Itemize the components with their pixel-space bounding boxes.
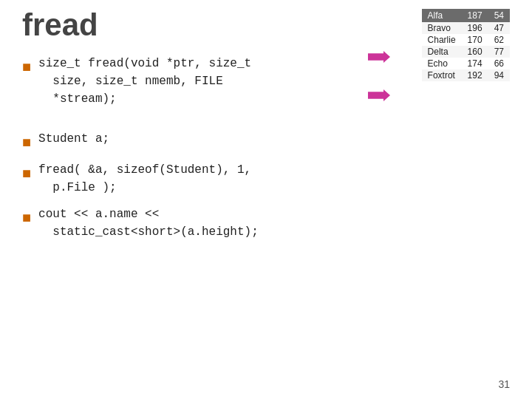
cell-foxtrot-name: Foxtrot xyxy=(422,69,462,81)
cell-foxtrot-val1: 192 xyxy=(462,69,488,81)
bullet-icon-3: ■ xyxy=(22,163,31,183)
cell-delta-val2: 77 xyxy=(488,46,510,58)
bullet-section: ■ size_t fread(void *ptr, size_t size, s… xyxy=(22,55,369,241)
col-header-name: Alfa xyxy=(422,9,462,22)
table-row-echo: Echo 174 66 xyxy=(422,58,510,69)
cell-delta-name: Delta xyxy=(422,46,462,58)
page-title: fread xyxy=(22,7,369,43)
table-row-delta: Delta 160 77 xyxy=(422,46,510,58)
cell-foxtrot-val2: 94 xyxy=(488,69,510,81)
table-row-bravo: Bravo 196 47 xyxy=(422,22,510,34)
foxtrot-arrow xyxy=(368,89,390,101)
page-number: 31 xyxy=(498,378,510,390)
cell-bravo-val1: 196 xyxy=(462,22,488,34)
slide: fread ■ size_t fread(void *ptr, size_t s… xyxy=(0,0,532,399)
bullet-text-1: size_t fread(void *ptr, size_t size, siz… xyxy=(38,55,251,108)
cell-echo-val1: 174 xyxy=(462,58,488,69)
bullet-item-4: ■ cout << a.name << static_cast<short>(a… xyxy=(22,205,369,241)
col-header-val2: 54 xyxy=(488,9,510,22)
arrows-container xyxy=(368,38,390,103)
cell-echo-val2: 66 xyxy=(488,58,510,69)
bullet-item-1: ■ size_t fread(void *ptr, size_t size, s… xyxy=(22,55,369,108)
col-header-val1: 187 xyxy=(462,9,488,22)
bullet-text-2: Student a; xyxy=(38,130,109,148)
bullet-icon-1: ■ xyxy=(22,56,31,77)
bullet-icon-4: ■ xyxy=(22,207,31,228)
table-row-foxtrot: Foxtrot 192 94 xyxy=(422,69,510,81)
charlie-arrow xyxy=(368,51,390,63)
bullet-item-3: ■ fread( &a, sizeof(Student), 1, p.File … xyxy=(22,161,369,197)
cell-charlie-val1: 170 xyxy=(462,34,488,46)
bullet-text-3: fread( &a, sizeof(Student), 1, p.File ); xyxy=(38,161,251,197)
cell-bravo-name: Bravo xyxy=(422,22,462,34)
bullet-item-2: ■ Student a; xyxy=(22,130,369,152)
cell-charlie-name: Charlie xyxy=(422,34,462,46)
bullet-text-4: cout << a.name << static_cast<short>(a.h… xyxy=(38,205,259,241)
main-content: fread ■ size_t fread(void *ptr, size_t s… xyxy=(22,7,369,250)
cell-echo-name: Echo xyxy=(422,58,462,69)
table-row-charlie: Charlie 170 62 xyxy=(422,34,510,46)
cell-charlie-val2: 62 xyxy=(488,34,510,46)
cell-bravo-val2: 47 xyxy=(488,22,510,34)
cell-delta-val1: 160 xyxy=(462,46,488,58)
bullet-icon-2: ■ xyxy=(22,132,31,152)
data-table: Alfa 187 54 Bravo 196 47 Charlie 170 62 … xyxy=(422,9,510,81)
data-table-wrapper: Alfa 187 54 Bravo 196 47 Charlie 170 62 … xyxy=(422,9,510,81)
